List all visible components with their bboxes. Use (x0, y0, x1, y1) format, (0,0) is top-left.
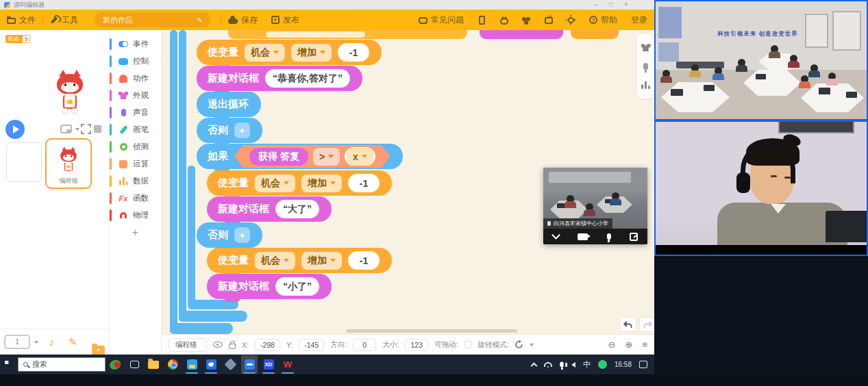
block-change-variable[interactable]: 使变量 机会 增加 -1 (207, 170, 392, 196)
palette-category-sensing[interactable]: 侦测 (110, 138, 161, 155)
variable-x-dropdown[interactable]: x (347, 148, 373, 166)
close-button[interactable]: × (621, 1, 632, 8)
sound-library-icon[interactable]: ♪ (49, 336, 55, 348)
block-change-variable[interactable]: 使变量 机会 增加 -1 (207, 248, 392, 273)
app-xd[interactable]: XD (260, 355, 277, 374)
speaker-icon[interactable] (571, 362, 575, 368)
operation-dropdown[interactable]: 增加 (301, 252, 342, 270)
taskbar-search-input[interactable]: 搜索 (18, 357, 106, 372)
task-view-button[interactable] (126, 355, 142, 374)
operator-dropdown[interactable]: > (313, 148, 340, 166)
variable-dropdown[interactable]: 机会 (245, 44, 285, 62)
lock-icon[interactable] (229, 344, 236, 349)
size-value-input[interactable]: 123 (405, 339, 428, 351)
stage-ratio-icon[interactable] (60, 125, 72, 133)
publish-button[interactable]: 发布 (264, 10, 306, 30)
palette-category-sound[interactable]: 声音 (110, 104, 161, 121)
value-input[interactable]: -1 (338, 43, 369, 62)
notification-center-icon[interactable] (639, 361, 647, 368)
palette-category-control[interactable]: 控制 (110, 53, 161, 70)
block-exit-loop[interactable]: 退出循环 (197, 92, 261, 117)
sprite-name-input[interactable]: 编程猫 (169, 338, 207, 352)
costume-shirt-icon[interactable] (641, 44, 651, 51)
value-input[interactable]: -1 (348, 174, 380, 192)
clipped-block[interactable] (480, 30, 563, 39)
palette-category-data[interactable]: 数据 (110, 172, 161, 190)
clipped-block[interactable] (571, 30, 619, 39)
redo-button[interactable] (639, 317, 654, 332)
canvas-menu-icon[interactable]: ≡ (642, 339, 647, 350)
sound-mic-icon[interactable] (643, 63, 648, 70)
grid-icon[interactable]: ▦ (93, 123, 103, 133)
palette-category-looks[interactable]: 外观 (110, 87, 161, 104)
block-else[interactable]: 否则 + (197, 118, 262, 143)
block-change-variable[interactable]: 使变量 机会 增加 -1 (197, 40, 382, 65)
popout-icon[interactable] (630, 233, 638, 241)
clipped-block[interactable] (228, 30, 467, 39)
block-if[interactable]: 如果 获得 答复 > x (197, 144, 403, 169)
sprite-card-selected[interactable]: 编程猫 (45, 138, 92, 189)
app-file-explorer[interactable] (145, 355, 162, 374)
app-chrome[interactable] (164, 355, 181, 374)
hidden-icons-chevron[interactable] (531, 362, 538, 369)
draggable-checkbox[interactable] (464, 341, 472, 348)
faq-button[interactable]: 常见问题 (412, 10, 471, 30)
wifi-icon[interactable] (544, 362, 552, 367)
app-messenger[interactable] (203, 355, 219, 374)
dialog-text-input[interactable]: “小了” (275, 277, 319, 296)
project-name-input[interactable]: 新的作品 ✎ (95, 12, 211, 27)
clock[interactable]: 16:58 (615, 361, 632, 368)
rotate-icon[interactable] (514, 340, 523, 349)
help-button[interactable]: 帮助 (582, 10, 624, 30)
app-browser[interactable] (184, 355, 200, 374)
app-wps[interactable]: W (280, 355, 296, 374)
palette-category-events[interactable]: 事件 (110, 36, 161, 53)
dialog-text-input[interactable]: “大了” (275, 200, 319, 218)
variable-dropdown[interactable]: 机会 (255, 175, 295, 192)
palette-category-pen[interactable]: 画笔 (110, 121, 161, 138)
y-value-input[interactable]: -145 (299, 339, 324, 351)
play-button[interactable] (5, 120, 25, 139)
script-canvas[interactable]: 使变量 机会 增加 -1 新建对话框 “恭喜你,答对了” 退出循环 否则 + 如… (162, 30, 654, 334)
ratio-caret-icon[interactable] (75, 128, 79, 131)
file-menu[interactable]: 文件 (0, 10, 42, 30)
rotation-caret-icon[interactable] (530, 344, 534, 346)
scene-selector[interactable]: 1 (4, 335, 30, 349)
teacher-video-pane[interactable] (654, 120, 868, 256)
condition-slot[interactable]: 获得 答复 > x (234, 145, 390, 168)
add-condition-button[interactable]: + (234, 227, 250, 243)
data-chart-icon[interactable] (641, 81, 650, 89)
community-button[interactable] (515, 10, 538, 30)
if-block-spine[interactable] (179, 30, 186, 322)
tray-mic-icon[interactable] (560, 361, 563, 367)
app-ladybug[interactable] (107, 355, 123, 374)
palette-category-physics[interactable]: 物理 (110, 207, 161, 224)
backdrop-thumbnail[interactable] (6, 142, 42, 182)
operation-dropdown[interactable]: 增加 (301, 175, 342, 192)
horizontal-scrollbar[interactable] (346, 329, 517, 333)
visibility-eye-icon[interactable] (213, 342, 223, 348)
save-button[interactable]: 保存 (221, 10, 264, 30)
block-else[interactable]: 否则 + (197, 222, 262, 248)
zoom-out-icon[interactable]: ⊖ (608, 339, 616, 350)
x-value-input[interactable]: -298 (255, 339, 280, 351)
undo-button[interactable] (619, 317, 636, 332)
mobile-preview-button[interactable] (471, 10, 493, 30)
app-meeting-active[interactable] (241, 355, 258, 374)
direction-value-input[interactable]: 0 (353, 339, 376, 351)
block-new-dialog[interactable]: 新建对话框 “大了” (207, 196, 332, 222)
paint-pencil-icon[interactable]: ✎ (69, 336, 77, 348)
dialog-text-input[interactable]: “恭喜你,答对了” (265, 69, 350, 88)
palette-category-motion[interactable]: 动作 (110, 70, 161, 87)
maximize-button[interactable]: □ (606, 1, 617, 8)
scene-caret-icon[interactable] (34, 340, 38, 343)
loop-block-end[interactable] (170, 323, 233, 334)
zoom-in-icon[interactable]: ⊕ (625, 339, 633, 350)
classroom-video-pane[interactable]: 科技引领未来 创造改变世界 (654, 0, 868, 120)
material-box-button[interactable] (538, 10, 560, 30)
palette-category-operators[interactable]: 运算 (110, 155, 161, 172)
add-condition-button[interactable]: + (234, 123, 250, 138)
ime-indicator[interactable]: 中 (583, 359, 591, 370)
inner-if-block-spine[interactable] (188, 166, 195, 309)
stage-sprite-codemao-cat[interactable] (52, 68, 88, 116)
